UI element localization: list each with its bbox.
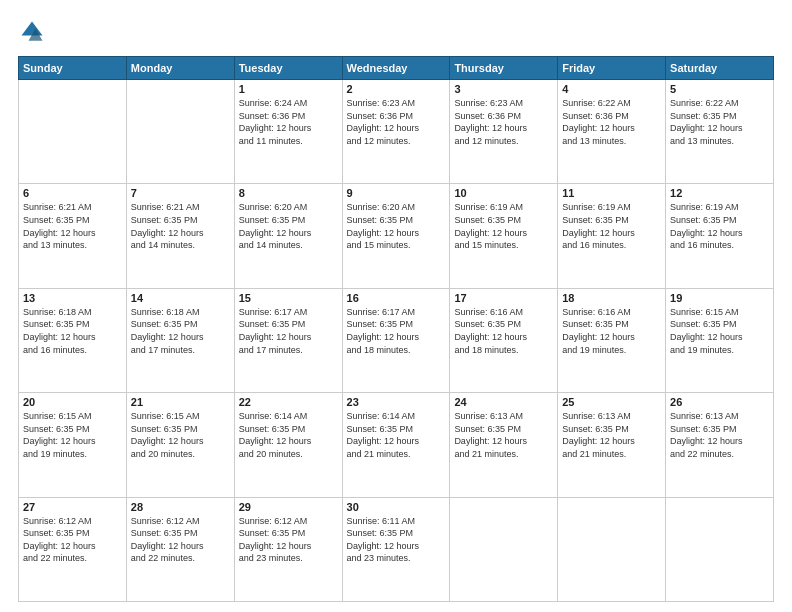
- calendar-cell: 23Sunrise: 6:14 AM Sunset: 6:35 PM Dayli…: [342, 393, 450, 497]
- day-info: Sunrise: 6:15 AM Sunset: 6:35 PM Dayligh…: [23, 410, 122, 460]
- day-info: Sunrise: 6:19 AM Sunset: 6:35 PM Dayligh…: [562, 201, 661, 251]
- calendar-cell: [666, 497, 774, 601]
- day-info: Sunrise: 6:19 AM Sunset: 6:35 PM Dayligh…: [454, 201, 553, 251]
- weekday-header-friday: Friday: [558, 57, 666, 80]
- day-info: Sunrise: 6:12 AM Sunset: 6:35 PM Dayligh…: [131, 515, 230, 565]
- calendar-cell: 13Sunrise: 6:18 AM Sunset: 6:35 PM Dayli…: [19, 288, 127, 392]
- day-number: 27: [23, 501, 122, 513]
- calendar-body: 1Sunrise: 6:24 AM Sunset: 6:36 PM Daylig…: [19, 80, 774, 602]
- day-number: 6: [23, 187, 122, 199]
- day-info: Sunrise: 6:24 AM Sunset: 6:36 PM Dayligh…: [239, 97, 338, 147]
- calendar-cell: 16Sunrise: 6:17 AM Sunset: 6:35 PM Dayli…: [342, 288, 450, 392]
- calendar-cell: 9Sunrise: 6:20 AM Sunset: 6:35 PM Daylig…: [342, 184, 450, 288]
- day-number: 5: [670, 83, 769, 95]
- calendar-cell: [558, 497, 666, 601]
- day-info: Sunrise: 6:11 AM Sunset: 6:35 PM Dayligh…: [347, 515, 446, 565]
- day-number: 2: [347, 83, 446, 95]
- calendar-cell: 20Sunrise: 6:15 AM Sunset: 6:35 PM Dayli…: [19, 393, 127, 497]
- day-info: Sunrise: 6:16 AM Sunset: 6:35 PM Dayligh…: [454, 306, 553, 356]
- calendar-cell: 30Sunrise: 6:11 AM Sunset: 6:35 PM Dayli…: [342, 497, 450, 601]
- day-info: Sunrise: 6:14 AM Sunset: 6:35 PM Dayligh…: [347, 410, 446, 460]
- day-number: 7: [131, 187, 230, 199]
- day-number: 12: [670, 187, 769, 199]
- day-number: 30: [347, 501, 446, 513]
- day-number: 22: [239, 396, 338, 408]
- calendar-cell: [126, 80, 234, 184]
- calendar-cell: 11Sunrise: 6:19 AM Sunset: 6:35 PM Dayli…: [558, 184, 666, 288]
- day-info: Sunrise: 6:12 AM Sunset: 6:35 PM Dayligh…: [23, 515, 122, 565]
- day-number: 15: [239, 292, 338, 304]
- day-info: Sunrise: 6:13 AM Sunset: 6:35 PM Dayligh…: [670, 410, 769, 460]
- calendar-week-3: 13Sunrise: 6:18 AM Sunset: 6:35 PM Dayli…: [19, 288, 774, 392]
- day-number: 1: [239, 83, 338, 95]
- calendar-cell: 19Sunrise: 6:15 AM Sunset: 6:35 PM Dayli…: [666, 288, 774, 392]
- day-number: 29: [239, 501, 338, 513]
- svg-marker-0: [22, 22, 43, 36]
- day-info: Sunrise: 6:23 AM Sunset: 6:36 PM Dayligh…: [347, 97, 446, 147]
- page: SundayMondayTuesdayWednesdayThursdayFrid…: [0, 0, 792, 612]
- calendar-cell: 14Sunrise: 6:18 AM Sunset: 6:35 PM Dayli…: [126, 288, 234, 392]
- calendar-cell: 28Sunrise: 6:12 AM Sunset: 6:35 PM Dayli…: [126, 497, 234, 601]
- calendar-cell: 2Sunrise: 6:23 AM Sunset: 6:36 PM Daylig…: [342, 80, 450, 184]
- day-number: 13: [23, 292, 122, 304]
- calendar-cell: 12Sunrise: 6:19 AM Sunset: 6:35 PM Dayli…: [666, 184, 774, 288]
- day-number: 14: [131, 292, 230, 304]
- day-number: 17: [454, 292, 553, 304]
- calendar-cell: 7Sunrise: 6:21 AM Sunset: 6:35 PM Daylig…: [126, 184, 234, 288]
- calendar-cell: 1Sunrise: 6:24 AM Sunset: 6:36 PM Daylig…: [234, 80, 342, 184]
- day-number: 20: [23, 396, 122, 408]
- weekday-row: SundayMondayTuesdayWednesdayThursdayFrid…: [19, 57, 774, 80]
- calendar-cell: 21Sunrise: 6:15 AM Sunset: 6:35 PM Dayli…: [126, 393, 234, 497]
- calendar-week-5: 27Sunrise: 6:12 AM Sunset: 6:35 PM Dayli…: [19, 497, 774, 601]
- calendar-cell: 15Sunrise: 6:17 AM Sunset: 6:35 PM Dayli…: [234, 288, 342, 392]
- day-number: 26: [670, 396, 769, 408]
- weekday-header-thursday: Thursday: [450, 57, 558, 80]
- day-info: Sunrise: 6:14 AM Sunset: 6:35 PM Dayligh…: [239, 410, 338, 460]
- day-info: Sunrise: 6:19 AM Sunset: 6:35 PM Dayligh…: [670, 201, 769, 251]
- calendar-week-2: 6Sunrise: 6:21 AM Sunset: 6:35 PM Daylig…: [19, 184, 774, 288]
- calendar-cell: 10Sunrise: 6:19 AM Sunset: 6:35 PM Dayli…: [450, 184, 558, 288]
- day-info: Sunrise: 6:17 AM Sunset: 6:35 PM Dayligh…: [239, 306, 338, 356]
- day-number: 24: [454, 396, 553, 408]
- calendar-week-4: 20Sunrise: 6:15 AM Sunset: 6:35 PM Dayli…: [19, 393, 774, 497]
- day-number: 10: [454, 187, 553, 199]
- calendar-cell: 6Sunrise: 6:21 AM Sunset: 6:35 PM Daylig…: [19, 184, 127, 288]
- calendar-cell: 27Sunrise: 6:12 AM Sunset: 6:35 PM Dayli…: [19, 497, 127, 601]
- calendar-cell: 8Sunrise: 6:20 AM Sunset: 6:35 PM Daylig…: [234, 184, 342, 288]
- day-number: 11: [562, 187, 661, 199]
- weekday-header-saturday: Saturday: [666, 57, 774, 80]
- logo-icon: [18, 18, 46, 46]
- weekday-header-sunday: Sunday: [19, 57, 127, 80]
- day-number: 8: [239, 187, 338, 199]
- calendar-cell: [19, 80, 127, 184]
- day-info: Sunrise: 6:21 AM Sunset: 6:35 PM Dayligh…: [23, 201, 122, 251]
- calendar-cell: 18Sunrise: 6:16 AM Sunset: 6:35 PM Dayli…: [558, 288, 666, 392]
- weekday-header-wednesday: Wednesday: [342, 57, 450, 80]
- calendar-week-1: 1Sunrise: 6:24 AM Sunset: 6:36 PM Daylig…: [19, 80, 774, 184]
- calendar-cell: 26Sunrise: 6:13 AM Sunset: 6:35 PM Dayli…: [666, 393, 774, 497]
- day-number: 21: [131, 396, 230, 408]
- day-info: Sunrise: 6:18 AM Sunset: 6:35 PM Dayligh…: [131, 306, 230, 356]
- day-info: Sunrise: 6:12 AM Sunset: 6:35 PM Dayligh…: [239, 515, 338, 565]
- day-info: Sunrise: 6:22 AM Sunset: 6:35 PM Dayligh…: [670, 97, 769, 147]
- day-number: 19: [670, 292, 769, 304]
- header: [18, 18, 774, 46]
- calendar-table: SundayMondayTuesdayWednesdayThursdayFrid…: [18, 56, 774, 602]
- calendar-cell: 29Sunrise: 6:12 AM Sunset: 6:35 PM Dayli…: [234, 497, 342, 601]
- weekday-header-monday: Monday: [126, 57, 234, 80]
- day-number: 25: [562, 396, 661, 408]
- day-info: Sunrise: 6:16 AM Sunset: 6:35 PM Dayligh…: [562, 306, 661, 356]
- day-number: 9: [347, 187, 446, 199]
- day-info: Sunrise: 6:15 AM Sunset: 6:35 PM Dayligh…: [131, 410, 230, 460]
- day-info: Sunrise: 6:15 AM Sunset: 6:35 PM Dayligh…: [670, 306, 769, 356]
- calendar-cell: 5Sunrise: 6:22 AM Sunset: 6:35 PM Daylig…: [666, 80, 774, 184]
- logo: [18, 18, 50, 46]
- weekday-header-tuesday: Tuesday: [234, 57, 342, 80]
- day-number: 28: [131, 501, 230, 513]
- day-info: Sunrise: 6:18 AM Sunset: 6:35 PM Dayligh…: [23, 306, 122, 356]
- calendar-cell: 22Sunrise: 6:14 AM Sunset: 6:35 PM Dayli…: [234, 393, 342, 497]
- day-info: Sunrise: 6:20 AM Sunset: 6:35 PM Dayligh…: [239, 201, 338, 251]
- calendar-cell: 24Sunrise: 6:13 AM Sunset: 6:35 PM Dayli…: [450, 393, 558, 497]
- day-info: Sunrise: 6:13 AM Sunset: 6:35 PM Dayligh…: [454, 410, 553, 460]
- day-number: 23: [347, 396, 446, 408]
